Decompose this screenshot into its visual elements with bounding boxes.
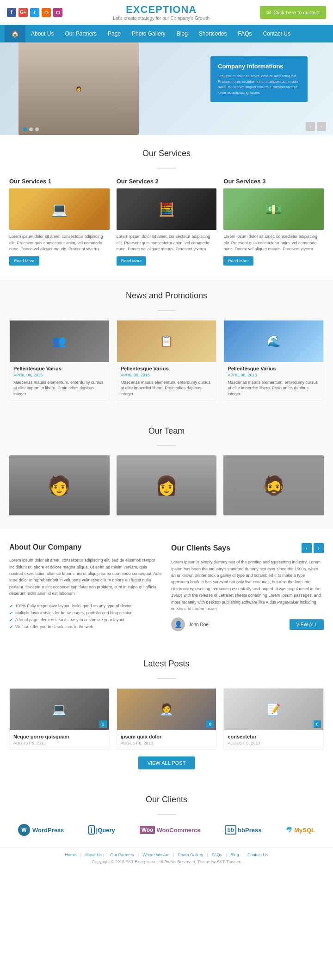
about-title: About Our Company [9,543,162,551]
testimonial-text: Lorem Ipsum is simply dummy text of the … [171,559,324,612]
instagram-icon[interactable]: ◻ [53,8,62,17]
news-3-icon: 🌊 [267,335,281,348]
nav-blog[interactable]: Blog [171,25,193,42]
news-divider [157,310,176,311]
footer-link-contact[interactable]: Contact Us [247,853,268,857]
services-grid: Our Services 1 💻 Lorem ipsum dolor sit a… [9,178,324,266]
facebook-icon[interactable]: f [7,8,16,17]
hero-prev-arrow[interactable]: ‹ [306,122,315,131]
clients-says-column: Our Clients Says ‹ › Lorem Ipsum is simp… [171,543,324,631]
news-2-image: 📋 [117,321,216,362]
about-checklist: ✔ 100% Fully responsive layout, looks go… [9,603,162,630]
service-2-read-more[interactable]: Read More [117,256,147,266]
news-grid: 👥 Pellentesque Varius APRIL 08, 2015 Mae… [9,320,324,401]
news-2-body: Pellentesque Varius APRIL 08, 2015 Maece… [117,362,216,401]
view-all-testimonials-button[interactable]: VIEW ALL [290,619,324,630]
latest-posts-section: Latest Posts 💻 1 Neque porro quisquam AU… [0,645,333,783]
news-2-date: APRIL 08, 2015 [121,373,213,377]
nav-contact-us[interactable]: Contact Us [258,25,296,42]
service-2-title: Our Services 2 [117,178,217,185]
checkmark-icon-3: ✔ [9,617,13,623]
hero-image: 👩 [18,42,139,135]
view-all-posts-button[interactable]: VIEW ALL POST [138,756,195,769]
nav-faqs[interactable]: FAQs [233,25,258,42]
post-2-date: AUGUST 6, 2013 [121,741,213,745]
post-1-title: Neque porro quisquam [13,734,105,739]
footer-link-partners[interactable]: Our Partners [110,853,134,857]
nav-our-partners[interactable]: Our Partners [59,25,102,42]
nav-about-us[interactable]: About Us [25,25,59,42]
testimonial-prev-arrow[interactable]: ‹ [302,543,312,553]
team-card-2: 👩 [117,455,217,515]
post-card-1: 💻 1 Neque porro quisquam AUGUST 6, 2013 [9,688,110,750]
site-title: EXCEPTIONA [62,4,260,16]
post-2-image: 🧑‍💼 0 [117,689,216,730]
twitter-icon[interactable]: t [30,8,39,17]
service-card-2: Our Services 2 🧮 Lorem ipsum dolor sit a… [117,178,217,266]
footer-link-blog[interactable]: Blog [231,853,239,857]
news-1-title: Pellentesque Varius [13,366,105,371]
service-2-icon: 🧮 [159,202,175,217]
rss-icon[interactable]: ◎ [42,8,51,17]
hero-dot-1[interactable] [23,127,27,131]
testimonial-person: 👤 John Doe [171,617,209,631]
nav-page[interactable]: Page [102,25,126,42]
news-2-text: Maecenas mauris elementum, enterdumy cur… [121,380,213,397]
bbpress-icon: bb [225,825,236,835]
news-3-date: APRIL 08, 2015 [228,373,320,377]
nav-home-icon[interactable]: 🏠 [5,25,25,42]
google-plus-icon[interactable]: G+ [18,8,28,17]
post-1-icon: 💻 [52,703,66,716]
news-3-body: Pellentesque Varius APRIL 08, 2015 Maece… [224,362,323,401]
latest-posts-divider [157,678,176,679]
post-3-icon: 📝 [267,703,281,716]
hero-image-placeholder: 👩 [76,86,81,91]
news-1-date: APRIL 08, 2015 [13,373,105,377]
service-1-text: Lorem ipsum dolor sit amet, consectetur … [9,234,110,253]
mysql-icon: 🐬 [286,827,293,833]
footer-link-faqs[interactable]: FAQs [212,853,222,857]
nav-photo-gallery[interactable]: Photo Gallery [126,25,171,42]
news-2-title: Pellentesque Varius [121,366,213,371]
team-divider [157,445,176,446]
clients-divider [157,814,176,815]
view-all-posts-wrap: VIEW ALL POST [9,756,324,769]
post-3-image: 📝 0 [224,689,323,730]
news-card-3: 🌊 Pellentesque Varius APRIL 08, 2015 Mae… [223,320,324,401]
footer-link-gallery[interactable]: Photo Gallery [178,853,204,857]
testimonial-next-arrow[interactable]: › [314,543,324,553]
contact-button[interactable]: ✉ Click here to contact [260,6,326,19]
service-2-text: Lorem ipsum dolor sit amet, consectetur … [117,234,217,253]
post-3-body: consectetur AUGUST 6, 2013 [224,730,323,749]
team-section: Our Team 🧑 👩 🧔 [0,412,333,529]
hero-dot-2[interactable] [29,127,33,131]
news-card-1: 👥 Pellentesque Varius APRIL 08, 2015 Mae… [9,320,110,401]
hero-info-text: Test ipsum dolor sit amet, vieletar adip… [218,73,300,96]
news-title: News and Promotions [9,291,324,301]
services-section: Our Services Our Services 1 💻 Lorem ipsu… [0,135,333,279]
hero-next-arrow[interactable]: › [317,122,326,131]
about-text: Lorem ipsum dolor sit amet, consectetur … [9,557,162,597]
post-1-body: Neque porro quisquam AUGUST 6, 2013 [10,730,109,749]
site-tagline: Let's create strategy for our Company's … [62,16,260,21]
clients-logos-row: W WordPress j jQuery Woo WooCommerce bb … [9,824,324,836]
footer-link-home[interactable]: Home [65,853,76,857]
news-card-2: 📋 Pellentesque Varius APRIL 08, 2015 Mae… [117,320,217,401]
hero-dot-3[interactable] [35,127,39,131]
our-clients-title: Our Clients [9,795,324,805]
service-1-icon: 💻 [51,202,68,217]
hero-nav-arrows: ‹ › [306,122,326,131]
testimonial-name: John Doe [189,622,209,627]
footer-link-where[interactable]: Where We Are [142,853,169,857]
service-3-read-more[interactable]: Read More [223,256,253,266]
service-1-read-more[interactable]: Read More [9,256,39,266]
post-3-title: consectetur [228,734,320,739]
woocommerce-icon: Woo [140,826,155,834]
footer-link-about[interactable]: About Us [85,853,102,857]
service-1-title: Our Services 1 [9,178,110,185]
footer-copyright: Copyright © 2016 SKT Exceptiona | All Ri… [92,859,241,864]
hero-dots [23,127,39,131]
social-icons: f G+ t ◎ ◻ [7,8,62,17]
nav-shortcodes[interactable]: Shortcodes [193,25,233,42]
footer: Home | About Us | Our Partners | Where W… [0,847,333,869]
